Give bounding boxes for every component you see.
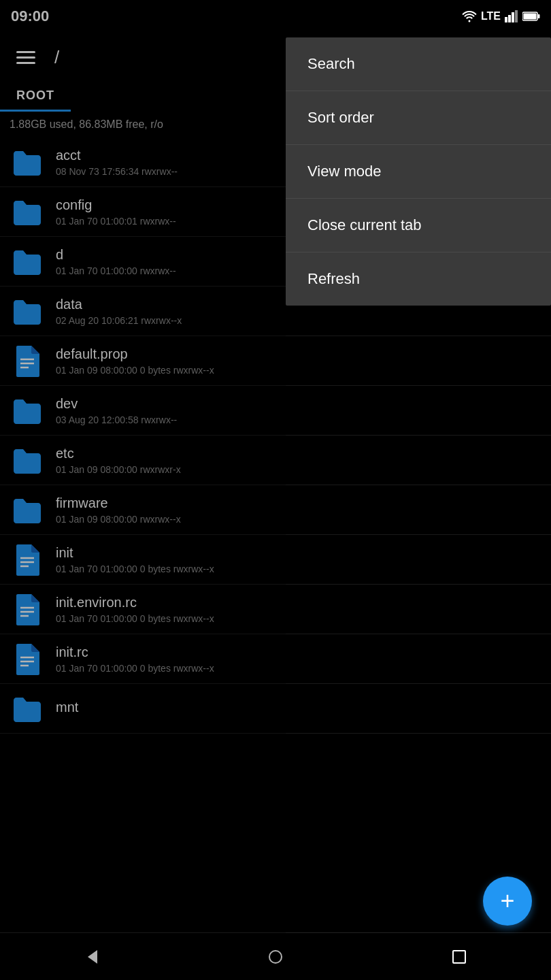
battery-icon	[522, 12, 540, 21]
lte-label: LTE	[481, 10, 501, 22]
context-menu: SearchSort orderView modeClose current t…	[286, 37, 551, 306]
svg-rect-3	[515, 10, 518, 22]
svg-rect-2	[512, 12, 514, 22]
menu-item-search[interactable]: Search	[286, 37, 551, 91]
signal-icon	[505, 10, 518, 22]
fab-plus-icon: +	[500, 889, 514, 913]
status-icons: LTE	[462, 10, 540, 22]
menu-item-view-mode[interactable]: View mode	[286, 145, 551, 199]
wifi-icon	[462, 10, 477, 22]
svg-rect-1	[508, 15, 511, 22]
dim-overlay	[0, 0, 286, 980]
recents-icon	[452, 949, 467, 964]
menu-item-sort-order[interactable]: Sort order	[286, 91, 551, 145]
svg-rect-21	[453, 951, 465, 963]
menu-item-refresh[interactable]: Refresh	[286, 252, 551, 306]
nav-recents-button[interactable]	[439, 936, 480, 977]
fab-add-button[interactable]: +	[483, 877, 532, 926]
svg-rect-0	[505, 17, 507, 22]
menu-item-close-tab[interactable]: Close current tab	[286, 199, 551, 252]
svg-rect-5	[538, 14, 540, 18]
svg-rect-6	[524, 14, 537, 20]
